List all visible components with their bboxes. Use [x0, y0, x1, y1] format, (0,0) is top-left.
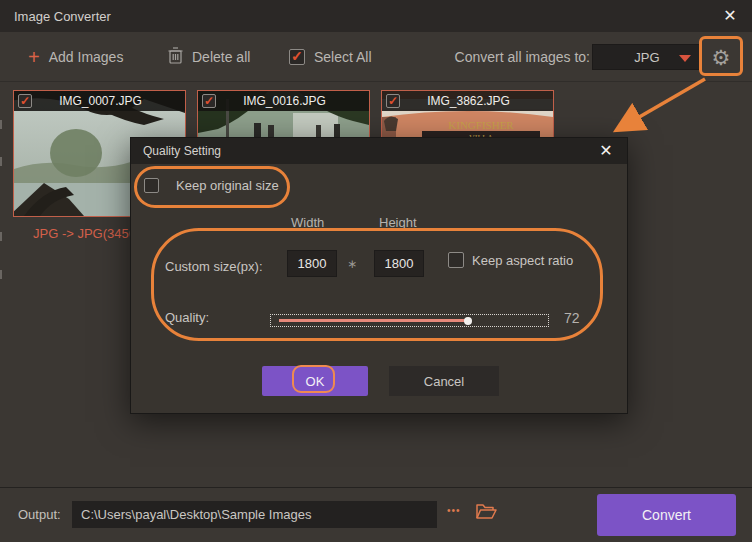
- keep-original-size-box[interactable]: [144, 178, 159, 193]
- thumbnail-checkbox[interactable]: ✓: [18, 94, 32, 108]
- settings-gear-button[interactable]: ⚙: [702, 40, 740, 75]
- add-images-label: Add Images: [49, 49, 124, 65]
- select-all-checkbox[interactable]: ✓ Select All: [289, 32, 372, 82]
- check-icon: ✓: [388, 94, 398, 108]
- quality-slider[interactable]: [270, 314, 549, 327]
- select-all-checkbox-box[interactable]: ✓: [289, 49, 305, 65]
- height-input[interactable]: [374, 250, 424, 277]
- cancel-button[interactable]: Cancel: [389, 366, 499, 396]
- edge-tick: [0, 120, 2, 129]
- keep-original-size-checkbox[interactable]: Keep original size: [144, 178, 279, 193]
- delete-all-label: Delete all: [192, 49, 250, 65]
- conversion-caption: JPG -> JPG(3456: [33, 226, 136, 241]
- edge-tick: [0, 270, 2, 279]
- quality-label: Quality:: [165, 310, 209, 325]
- size-separator-icon: ∗: [347, 257, 357, 271]
- quality-setting-dialog: Quality Setting ✕ Keep original size Wid…: [130, 137, 628, 414]
- thumbnail-header: ✓ IMG_3862.JPG: [382, 91, 553, 111]
- image-converter-window: Image Converter ✕ + Add Images Delete al…: [0, 0, 752, 542]
- keep-aspect-ratio-checkbox[interactable]: Keep aspect ratio: [448, 252, 573, 268]
- dialog-header: Quality Setting ✕: [131, 138, 627, 164]
- thumbnail-header: ✓ IMG_0007.JPG: [14, 91, 185, 111]
- open-folder-icon[interactable]: [476, 503, 497, 524]
- format-dropdown[interactable]: JPG: [592, 44, 702, 70]
- keep-aspect-ratio-label: Keep aspect ratio: [472, 253, 573, 268]
- keep-original-size-label: Keep original size: [176, 178, 279, 193]
- output-bar: Output: ••• Convert: [0, 487, 752, 542]
- delete-all-button[interactable]: Delete all: [168, 32, 250, 82]
- output-label: Output:: [18, 507, 61, 522]
- thumbnail-filename: IMG_0007.JPG: [32, 94, 185, 108]
- custom-size-label: Custom size(px):: [165, 259, 263, 274]
- convert-button[interactable]: Convert: [597, 494, 736, 536]
- height-column-label: Height: [379, 215, 417, 230]
- format-value: JPG: [634, 50, 659, 65]
- dialog-close-icon[interactable]: ✕: [595, 140, 617, 162]
- gear-icon: ⚙: [712, 46, 731, 70]
- convert-all-label: Convert all images to:: [455, 49, 590, 65]
- title-bar: Image Converter ✕: [0, 0, 752, 32]
- trash-icon: [168, 47, 183, 67]
- add-images-button[interactable]: + Add Images: [28, 32, 123, 82]
- svg-text:KINGFISHER: KINGFISHER: [448, 119, 514, 131]
- window-close-icon[interactable]: ✕: [719, 5, 741, 27]
- output-path-input[interactable]: [72, 501, 437, 528]
- width-input[interactable]: [287, 250, 337, 277]
- check-icon: ✓: [20, 94, 30, 108]
- quality-value: 72: [564, 310, 580, 326]
- dialog-title: Quality Setting: [143, 144, 221, 158]
- quality-slider-handle[interactable]: [464, 317, 472, 325]
- quality-slider-fill: [279, 319, 468, 322]
- width-column-label: Width: [291, 215, 324, 230]
- toolbar: + Add Images Delete all ✓ Select All Con…: [0, 32, 752, 82]
- thumbnail-filename: IMG_3862.JPG: [400, 94, 553, 108]
- edge-tick: [0, 157, 2, 166]
- check-icon: ✓: [291, 48, 303, 64]
- keep-aspect-ratio-box[interactable]: [448, 252, 464, 268]
- window-title: Image Converter: [14, 9, 111, 24]
- thumbnail-checkbox[interactable]: ✓: [386, 94, 400, 108]
- edge-tick: [0, 232, 2, 241]
- check-icon: ✓: [204, 94, 214, 108]
- chevron-down-icon: [679, 55, 691, 62]
- thumbnail-filename: IMG_0016.JPG: [216, 94, 369, 108]
- thumbnail-checkbox[interactable]: ✓: [202, 94, 216, 108]
- thumbnail-header: ✓ IMG_0016.JPG: [198, 91, 369, 111]
- browse-ellipsis-button[interactable]: •••: [447, 505, 461, 516]
- plus-icon: +: [28, 47, 40, 67]
- ok-button[interactable]: OK: [262, 366, 368, 396]
- select-all-label: Select All: [314, 49, 372, 65]
